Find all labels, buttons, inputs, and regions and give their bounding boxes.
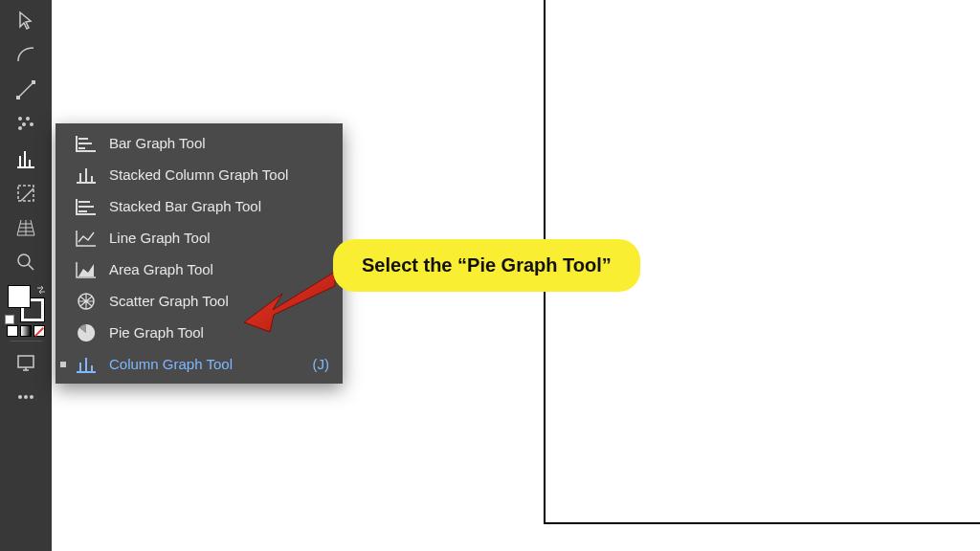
line-segment-tool-icon xyxy=(14,78,37,101)
flyout-item-label: Stacked Bar Graph Tool xyxy=(109,198,329,214)
fill-swatch[interactable] xyxy=(8,285,31,308)
svg-rect-1 xyxy=(32,80,35,84)
flyout-item-line-graph[interactable]: Line Graph Tool xyxy=(56,222,343,253)
svg-point-2 xyxy=(18,117,22,121)
edit-toolbar-button[interactable] xyxy=(10,381,42,413)
flyout-item-label: Stacked Column Graph Tool xyxy=(109,166,329,183)
slice-tool-icon xyxy=(14,182,37,205)
area-graph-icon xyxy=(75,260,98,279)
annotation-arrow-icon xyxy=(239,267,345,334)
svg-rect-0 xyxy=(16,96,20,99)
symbol-sprayer-tool[interactable] xyxy=(10,108,42,141)
svg-point-5 xyxy=(30,122,33,126)
flyout-item-label: Column Graph Tool xyxy=(109,356,313,372)
toolbar-divider xyxy=(10,341,42,342)
selection-tool[interactable] xyxy=(10,5,42,37)
zoom-tool-icon xyxy=(14,251,37,274)
stacked-column-graph-icon xyxy=(75,165,98,185)
column-graph-tool-icon xyxy=(14,147,37,170)
svg-point-3 xyxy=(26,117,30,121)
curvature-tool-icon xyxy=(14,44,37,67)
flyout-item-stacked-bar-graph[interactable]: Stacked Bar Graph Tool xyxy=(56,190,343,222)
callout-text: Select the “Pie Graph Tool” xyxy=(362,254,612,276)
screen-mode-icon xyxy=(14,351,37,374)
slice-tool[interactable] xyxy=(10,177,42,209)
zoom-tool[interactable] xyxy=(10,246,42,278)
svg-point-6 xyxy=(18,126,22,130)
flyout-item-label: Bar Graph Tool xyxy=(109,135,329,151)
stacked-bar-graph-icon xyxy=(75,197,98,216)
curvature-tool[interactable] xyxy=(10,39,42,72)
selection-tool-icon xyxy=(14,10,37,33)
graph-tool-flyout: Bar Graph Tool Stacked Column Graph Tool… xyxy=(56,123,343,384)
graph-tool[interactable] xyxy=(10,143,42,175)
none-chip[interactable] xyxy=(33,325,45,337)
line-segment-tool[interactable] xyxy=(10,74,42,106)
flyout-item-stacked-column-graph[interactable]: Stacked Column Graph Tool xyxy=(56,159,343,190)
color-mode-chips xyxy=(7,325,45,337)
symbol-sprayer-tool-icon xyxy=(14,113,37,136)
scatter-graph-icon xyxy=(75,292,98,311)
flyout-item-column-graph[interactable]: Column Graph Tool (J) xyxy=(56,348,343,380)
tools-toolbar xyxy=(0,0,52,551)
flyout-item-bar-graph[interactable]: Bar Graph Tool xyxy=(56,127,343,159)
svg-rect-9 xyxy=(18,356,33,367)
more-dots-icon xyxy=(14,386,37,408)
line-graph-icon xyxy=(75,229,98,248)
screen-mode-tool[interactable] xyxy=(10,346,42,379)
svg-point-11 xyxy=(24,395,28,399)
svg-point-12 xyxy=(30,395,33,399)
svg-rect-7 xyxy=(18,186,33,201)
perspective-grid-tool[interactable] xyxy=(10,211,42,244)
column-graph-icon xyxy=(75,355,98,374)
active-marker-icon xyxy=(60,362,66,367)
pie-graph-icon xyxy=(75,323,98,342)
fill-stroke-swatch[interactable] xyxy=(5,285,47,337)
gradient-chip[interactable] xyxy=(20,325,32,337)
svg-point-4 xyxy=(22,122,26,126)
perspective-grid-icon xyxy=(14,216,37,239)
svg-point-10 xyxy=(18,395,22,399)
bar-graph-icon xyxy=(75,134,98,153)
default-fill-stroke-icon[interactable] xyxy=(5,315,14,324)
color-chip[interactable] xyxy=(7,325,18,337)
swap-fill-stroke-icon[interactable] xyxy=(35,282,47,294)
instruction-callout: Select the “Pie Graph Tool” xyxy=(333,239,640,292)
flyout-item-label: Line Graph Tool xyxy=(109,230,329,246)
flyout-shortcut: (J) xyxy=(313,356,330,372)
